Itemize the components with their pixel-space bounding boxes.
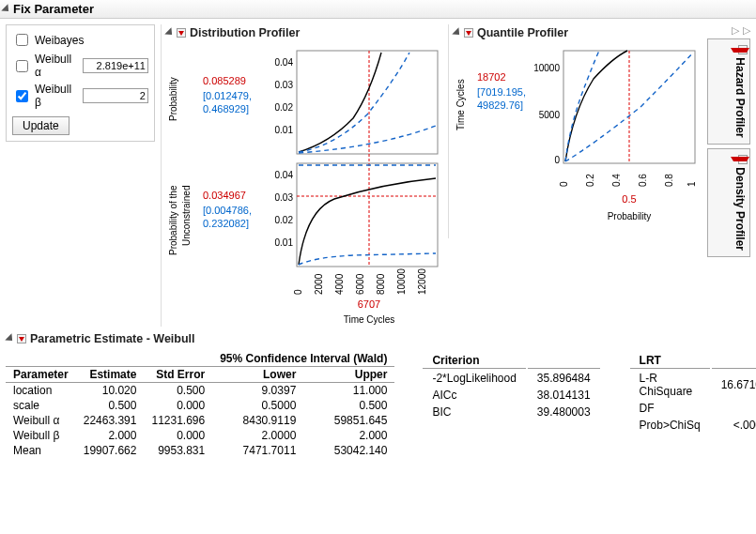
weibayes-label: Weibayes xyxy=(35,34,84,47)
table-row: location10.0200.5009.039711.000 xyxy=(6,383,394,399)
svg-text:0.232082]: 0.232082] xyxy=(203,218,249,229)
hot-spot-icon[interactable] xyxy=(17,334,26,343)
quantile-profiler-title: Quantile Profiler xyxy=(477,26,568,39)
svg-rect-1 xyxy=(297,163,438,267)
svg-text:Probability: Probability xyxy=(608,211,652,221)
scroll-right-icon[interactable]: ▷ xyxy=(743,24,750,37)
disclosure-triangle-icon[interactable] xyxy=(452,27,462,38)
hot-spot-icon[interactable] xyxy=(177,28,186,38)
svg-text:0: 0 xyxy=(554,155,560,165)
svg-text:Probability of the: Probability of the xyxy=(168,185,178,255)
parametric-estimate-title: Parametric Estimate - Weibull xyxy=(30,332,195,345)
svg-text:0.6: 0.6 xyxy=(638,174,648,187)
table-row: Weibull β2.0000.0002.00002.000 xyxy=(6,428,394,443)
weibull-alpha-label: Weibull α xyxy=(35,53,79,79)
hazard-profiler-tab[interactable]: Hazard Profiler xyxy=(707,38,750,145)
disclosure-triangle-icon[interactable] xyxy=(1,4,11,14)
scroll-left-icon[interactable]: ▷ xyxy=(732,24,739,37)
parametric-estimate-header[interactable]: Parametric Estimate - Weibull xyxy=(6,330,750,347)
svg-text:10000: 10000 xyxy=(533,63,560,73)
svg-text:0.01: 0.01 xyxy=(274,125,293,135)
parametric-estimate-table: 95% Confidence Interval (Wald) Parameter… xyxy=(6,351,394,458)
table-row: scale0.5000.0000.50000.500 xyxy=(6,398,394,413)
dist-x-cross: 6707 xyxy=(358,298,380,310)
svg-text:0.468929]: 0.468929] xyxy=(203,103,249,114)
weibull-beta-checkbox[interactable] xyxy=(16,90,28,102)
svg-text:49829.76]: 49829.76] xyxy=(477,99,523,111)
svg-text:0.4: 0.4 xyxy=(611,174,622,187)
svg-text:0.03: 0.03 xyxy=(274,80,293,90)
hot-spot-icon[interactable] xyxy=(464,28,473,38)
svg-text:2000: 2000 xyxy=(314,273,324,295)
distribution-profiler-header[interactable]: Distribution Profiler xyxy=(165,24,442,41)
svg-text:8000: 8000 xyxy=(376,273,386,295)
svg-text:[7019.195,: [7019.195, xyxy=(477,86,526,98)
svg-rect-0 xyxy=(297,51,438,154)
svg-text:0: 0 xyxy=(293,289,303,295)
distribution-profiler-title: Distribution Profiler xyxy=(190,26,300,39)
svg-text:18702: 18702 xyxy=(477,71,506,83)
update-button[interactable]: Update xyxy=(12,116,69,135)
quantile-profiler-panel: Quantile Profiler 10000 5000 0 0 0.2 0.4 xyxy=(448,24,702,238)
disclosure-triangle-icon[interactable] xyxy=(164,27,175,38)
svg-text:0.02: 0.02 xyxy=(274,102,293,113)
svg-text:Probability: Probability xyxy=(168,77,178,121)
fix-parameter-header[interactable]: Fix Parameter xyxy=(0,0,756,19)
weibayes-checkbox[interactable] xyxy=(16,34,28,46)
svg-text:12000: 12000 xyxy=(417,268,427,295)
density-profiler-tab[interactable]: Density Profiler xyxy=(707,148,750,257)
svg-text:0: 0 xyxy=(559,181,569,187)
svg-text:0.085289: 0.085289 xyxy=(203,75,246,86)
quantile-profiler-header[interactable]: Quantile Profiler xyxy=(453,24,702,41)
svg-text:10000: 10000 xyxy=(396,268,407,295)
svg-text:0.02: 0.02 xyxy=(274,215,293,225)
svg-text:0.03: 0.03 xyxy=(274,192,293,203)
distribution-profiler-panel: Distribution Profiler xyxy=(161,24,442,327)
weibull-alpha-checkbox[interactable] xyxy=(16,60,28,72)
svg-text:Time Cycles: Time Cycles xyxy=(455,79,466,130)
svg-text:[0.004786,: [0.004786, xyxy=(203,205,252,216)
svg-text:0.034967: 0.034967 xyxy=(203,190,246,201)
weibull-beta-input[interactable] xyxy=(83,88,148,103)
svg-text:6000: 6000 xyxy=(355,273,365,295)
svg-text:0.01: 0.01 xyxy=(274,237,293,248)
svg-text:0.5: 0.5 xyxy=(622,193,636,205)
fix-parameter-panel: Weibayes Weibull α Weibull β Update xyxy=(6,24,155,142)
svg-text:5000: 5000 xyxy=(539,110,561,120)
table-row: Mean19907.6629953.8317471.701153042.140 xyxy=(6,443,394,458)
svg-text:0.04: 0.04 xyxy=(274,57,293,68)
weibull-beta-label: Weibull β xyxy=(35,83,79,109)
quantile-profiler-chart[interactable]: 10000 5000 0 0 0.2 0.4 0.6 0.8 1 0.5 Pro… xyxy=(453,41,702,238)
weibull-alpha-input[interactable] xyxy=(83,58,148,73)
distribution-profiler-chart[interactable]: 0.04 0.03 0.02 0.01 0.04 0.03 0.02 0.01 … xyxy=(165,41,442,327)
lrt-table: LRT L-R ChiSquare16.67101 DF1 Prob>ChiSq… xyxy=(628,351,756,435)
svg-text:0.2: 0.2 xyxy=(585,174,595,187)
svg-text:1: 1 xyxy=(687,181,697,187)
svg-text:[0.012479,: [0.012479, xyxy=(203,90,252,101)
dist-xlabel: Time Cycles xyxy=(344,314,395,325)
svg-text:0.04: 0.04 xyxy=(274,170,293,180)
svg-text:Unconstrained: Unconstrained xyxy=(181,186,192,246)
svg-text:4000: 4000 xyxy=(334,273,345,295)
criterion-table: Criterion -2*LogLikelihood35.896484 AICc… xyxy=(421,351,601,421)
fix-parameter-title: Fix Parameter xyxy=(13,2,94,16)
disclosure-triangle-icon[interactable] xyxy=(5,333,15,343)
svg-text:0.8: 0.8 xyxy=(664,174,674,187)
table-row: Weibull α22463.39111231.6968430.91195985… xyxy=(6,413,394,428)
